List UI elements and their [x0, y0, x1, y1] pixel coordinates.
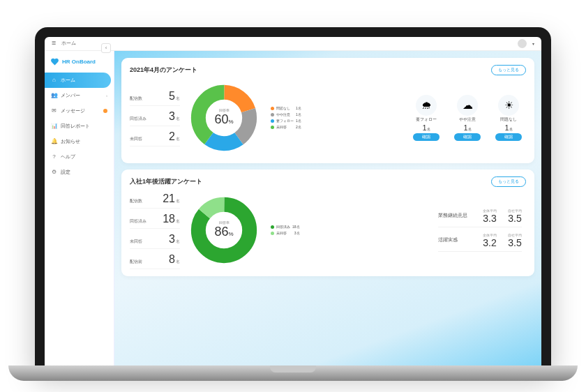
sidebar-item-messages[interactable]: ✉メッセージ [45, 103, 114, 119]
donut-center-value: 86% [214, 225, 233, 239]
legend-dot [271, 119, 274, 123]
legend-item: 問題なし1名 [271, 106, 301, 110]
more-button[interactable]: もっと見る [491, 176, 526, 187]
gear-icon: ⚙ [51, 169, 57, 175]
metrics-group: 業務継続意思 全体平均3.3 自社平均3.5 活躍実感 全体平均3.2 自社平均… [438, 209, 522, 252]
sidebar-item-notices[interactable]: 🔔お知らせ [45, 134, 114, 149]
stat-row: 回答済み18名 [130, 211, 180, 229]
report-icon: 📊 [51, 123, 57, 129]
cloud-icon: ☁ [457, 95, 478, 116]
brand-name: HR OnBoard [62, 59, 96, 65]
stat-row: 未回答3名 [130, 232, 180, 249]
legend-item: 要フォロー1名 [271, 119, 301, 123]
members-icon: 👥 [51, 92, 57, 98]
stat-row: 配信数5名 [130, 89, 180, 106]
metric-row: 活躍実感 全体平均3.2 自社平均3.5 [438, 233, 522, 252]
stat-list: 配信数21名 回答済み18名 未回答3名 配信前8名 [130, 191, 180, 269]
survey-card-monthly: 2021年4月のアンケート もっと見る 配信数5名 回答済み3名 未回答2名 [121, 58, 534, 163]
card-title: 入社1年後活躍アンケート [130, 177, 202, 186]
help-icon: ? [51, 153, 57, 160]
sidebar-item-settings[interactable]: ⚙設定 [45, 165, 114, 180]
sidebar-item-members[interactable]: 👥メンバー› [45, 88, 114, 103]
status-group: 🌧要フォロー1名確認 ☁やや注意1名確認 ☀問題なし1名確認 [409, 95, 526, 141]
brand-logo[interactable]: HR OnBoard [45, 51, 114, 73]
chart-legend: 問題なし1名 やや注意1名 要フォロー1名 未回答2名 [271, 106, 301, 129]
home-icon: ⌂ [51, 77, 57, 83]
sun-icon: ☀ [498, 95, 519, 116]
hamburger-icon[interactable]: ☰ [52, 40, 56, 46]
card-title: 2021年4月のアンケート [130, 66, 197, 75]
survey-card-yearly: 入社1年後活躍アンケート もっと見る 配信数21名 回答済み18名 未回答3名 … [121, 169, 534, 276]
chart-legend: 回答済み18名 未回答3名 [271, 225, 300, 235]
metric-row: 業務継続意思 全体平均3.3 自社平均3.5 [438, 209, 522, 227]
legend-dot [271, 126, 274, 129]
donut-chart: 回答率 60% [186, 80, 262, 156]
donut-center-value: 60% [214, 112, 233, 127]
message-icon: ✉ [51, 107, 57, 114]
stat-row: 配信数21名 [130, 191, 180, 209]
page-breadcrumb: ホーム [61, 40, 76, 47]
legend-item: 未回答3名 [271, 231, 300, 235]
rain-icon: 🌧 [416, 95, 437, 116]
chevron-down-icon[interactable]: ▾ [532, 41, 534, 46]
status-ok: ☀問題なし1名確認 [491, 95, 526, 141]
more-button[interactable]: もっと見る [491, 65, 526, 75]
donut-chart: 回答率 86% [186, 192, 262, 269]
legend-item: 回答済み18名 [271, 225, 300, 229]
title-bar: ☰ ホーム ▾ [45, 37, 541, 51]
check-button[interactable]: 確認 [495, 133, 522, 141]
stat-row: 配信前8名 [130, 252, 180, 269]
chevron-right-icon: › [106, 93, 107, 98]
sidebar-item-help[interactable]: ?ヘルプ [45, 149, 114, 165]
sidebar: HR OnBoard ⌂ホーム 👥メンバー› ✉メッセージ 📊回答レポート 🔔お… [45, 51, 114, 365]
main-content: 2021年4月のアンケート もっと見る 配信数5名 回答済み3名 未回答2名 [114, 51, 541, 365]
legend-dot [271, 113, 274, 116]
stat-row: 未回答2名 [130, 129, 180, 146]
legend-dot [271, 232, 274, 235]
legend-item: やや注意1名 [271, 112, 301, 116]
legend-dot [271, 225, 274, 229]
sidebar-item-reports[interactable]: 📊回答レポート [45, 119, 114, 134]
status-caution: ☁やや注意1名確認 [450, 95, 485, 141]
avatar[interactable] [518, 39, 527, 48]
legend-item: 未回答2名 [271, 125, 301, 129]
stat-row: 回答済み3名 [130, 109, 180, 126]
check-button[interactable]: 確認 [454, 133, 481, 141]
status-followup: 🌧要フォロー1名確認 [409, 95, 444, 141]
notification-badge [103, 109, 107, 113]
check-button[interactable]: 確認 [413, 133, 440, 141]
sidebar-item-home[interactable]: ⌂ホーム [45, 73, 111, 88]
heart-icon [50, 57, 59, 66]
sidebar-collapse-button[interactable]: ‹ [101, 43, 111, 53]
bell-icon: 🔔 [51, 138, 57, 144]
stat-list: 配信数5名 回答済み3名 未回答2名 [130, 89, 180, 146]
legend-dot [271, 107, 274, 110]
